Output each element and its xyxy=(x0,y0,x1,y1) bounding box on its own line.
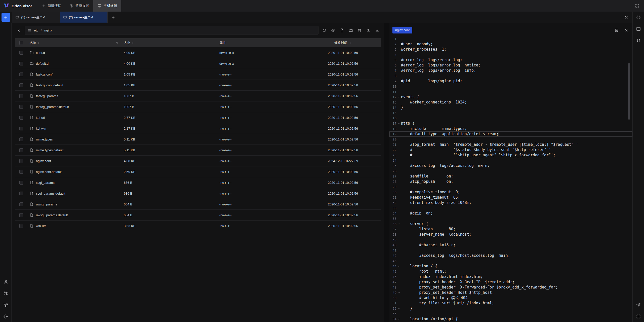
code-line[interactable]: 2#user nobody; xyxy=(389,42,632,47)
file-name[interactable]: mime.types xyxy=(36,137,53,141)
new-connection-button[interactable] xyxy=(2,13,10,22)
file-row[interactable]: win-utf3.53 KB-rw-r--r--2020-11-01 10:02… xyxy=(15,221,381,231)
file-row[interactable]: fastcgi_params1007 B-rw-r--r--2020-11-01… xyxy=(15,91,381,101)
file-row[interactable]: default.d4.00 KBdrwxr-xr-x2020-11-01 10:… xyxy=(15,58,381,69)
swap-button[interactable] xyxy=(636,38,641,43)
file-name[interactable]: conf.d xyxy=(36,51,45,55)
code-line[interactable]: 13 worker_connections 1024; xyxy=(389,100,632,105)
file-name[interactable]: koi-utf xyxy=(36,116,45,120)
command-button[interactable] xyxy=(3,291,8,296)
file-name[interactable]: fastcgi_params.default xyxy=(36,105,69,109)
file-name[interactable]: fastcgi.conf xyxy=(36,73,53,76)
close-panel-button[interactable] xyxy=(620,12,632,23)
column-header-size[interactable]: 大小 xyxy=(124,41,130,45)
file-name[interactable]: nginx.conf xyxy=(36,159,51,163)
code-line[interactable]: 34 #gzip on; xyxy=(389,211,632,216)
code-line[interactable]: 46 index index.html index.htm; xyxy=(389,274,632,279)
code-line[interactable]: 24 xyxy=(389,158,632,163)
code-line[interactable]: 48 proxy_set_header X-Forwarded-For $pro… xyxy=(389,285,632,290)
code-line[interactable]: 26 xyxy=(389,168,632,174)
column-header-mtime[interactable]: 修改时间 xyxy=(334,41,347,45)
topnav-item-host-terminal[interactable]: 主机终端 xyxy=(93,0,121,12)
file-row[interactable]: mime.types5.11 KB-rw-r--r--2020-11-01 10… xyxy=(15,134,381,145)
code-line[interactable]: 54 location /orion/api { xyxy=(389,316,632,322)
capture-button[interactable] xyxy=(636,314,641,319)
code-line[interactable]: 38 server_name localhost; xyxy=(389,232,632,237)
fold-chevron-icon[interactable] xyxy=(396,265,401,268)
row-checkbox[interactable] xyxy=(19,127,23,130)
code-line[interactable]: 47 proxy_set_header X-Real-IP $remote_ad… xyxy=(389,279,632,285)
row-checkbox[interactable] xyxy=(19,105,23,109)
code-line[interactable]: 18 include mime.types; xyxy=(389,126,632,131)
code-line[interactable]: 28 #tcp_nopush on; xyxy=(389,179,632,184)
code-line[interactable]: 6#error_log logs/error.log notice; xyxy=(389,63,632,68)
file-name[interactable]: scgi_params xyxy=(36,181,55,185)
select-all-checkbox[interactable] xyxy=(19,41,23,45)
row-checkbox[interactable] xyxy=(19,51,23,55)
delete-button[interactable] xyxy=(356,26,363,34)
file-row[interactable]: uwsgi_params.default664 B-rw-r--r--2020-… xyxy=(15,210,381,221)
file-row[interactable]: koi-win2.17 KB-rw-r--r--2020-11-01 10:02… xyxy=(15,123,381,134)
code-line[interactable]: 19 default_type application/octet-stream… xyxy=(389,131,632,137)
row-checkbox[interactable] xyxy=(19,137,23,141)
file-row[interactable]: fastcgi.conf1.05 KB-rw-r--r--2020-11-01 … xyxy=(15,69,381,80)
row-checkbox[interactable] xyxy=(19,62,23,65)
add-tab-button[interactable] xyxy=(108,12,119,23)
code-line[interactable]: 14} xyxy=(389,105,632,110)
code-line[interactable]: 50 # web history 模式 404 xyxy=(389,295,632,301)
file-name[interactable]: fastcgi_params xyxy=(36,94,58,98)
code-line[interactable]: 30 #keepalive_timeout 0; xyxy=(389,190,632,195)
preview-button[interactable] xyxy=(329,26,337,34)
code-line[interactable]: 49 proxy_set_header Host $http_host; xyxy=(389,290,632,295)
code-line[interactable]: 7#error_log logs/error.log info; xyxy=(389,68,632,73)
code-line[interactable]: 4 xyxy=(389,52,632,57)
row-checkbox[interactable] xyxy=(19,116,23,120)
row-checkbox[interactable] xyxy=(19,148,23,152)
row-checkbox[interactable] xyxy=(19,159,23,163)
file-row[interactable]: mime.types.default5.11 KB-rw-r--r--2020-… xyxy=(15,145,381,156)
row-checkbox[interactable] xyxy=(19,73,23,76)
code-line[interactable]: 25 #access_log logs/access.log main; xyxy=(389,163,632,168)
settings-button[interactable] xyxy=(3,314,8,319)
file-name[interactable]: koi-win xyxy=(36,127,46,130)
code-line[interactable]: 32 client_max_body_size 1048m; xyxy=(389,200,632,205)
row-checkbox[interactable] xyxy=(19,170,23,174)
sort-size-icon[interactable] xyxy=(132,42,134,44)
editor-file-tab[interactable]: nginx.conf xyxy=(392,27,412,33)
close-editor-button[interactable] xyxy=(622,26,630,34)
code-line[interactable]: 27 sendfile on; xyxy=(389,174,632,179)
file-name[interactable]: uwsgi_params.default xyxy=(36,213,68,217)
code-line[interactable]: 31 keepalive_timeout 65; xyxy=(389,195,632,200)
code-area[interactable]: 12#user nobody;3worker_processes 1;45#er… xyxy=(389,36,632,322)
code-line[interactable]: 1 xyxy=(389,36,632,42)
file-name[interactable]: uwsgi_params xyxy=(36,202,57,206)
file-row[interactable]: nginx.conf4.68 KB-rw-r--r--2024-12-10 16… xyxy=(15,156,381,166)
code-line[interactable]: 9#pid logs/nginx.pid; xyxy=(389,79,632,84)
code-line[interactable]: 42 #access_log logs/host.access.log main… xyxy=(389,253,632,258)
code-line[interactable]: 37 listen 80; xyxy=(389,227,632,232)
file-name[interactable]: default.d xyxy=(36,62,49,65)
code-line[interactable]: 10 xyxy=(389,84,632,89)
fold-chevron-icon[interactable] xyxy=(396,291,401,294)
row-checkbox[interactable] xyxy=(19,224,23,228)
save-button[interactable] xyxy=(613,26,620,34)
file-row[interactable]: scgi_params636 B-rw-r--r--2020-11-01 10:… xyxy=(15,177,381,188)
back-button[interactable] xyxy=(15,26,23,34)
editor-scrollbar[interactable] xyxy=(628,63,630,120)
row-checkbox[interactable] xyxy=(19,202,23,206)
fold-chevron-icon[interactable] xyxy=(396,223,401,225)
file-row[interactable]: fastcgi_params.default1007 B-rw-r--r--20… xyxy=(15,101,381,112)
file-row[interactable]: koi-utf2.77 KB-rw-r--r--2020-11-01 10:02… xyxy=(15,112,381,123)
terminal-tab-1[interactable]: (1) server-生产-1 xyxy=(12,12,60,23)
filter-icon[interactable] xyxy=(115,41,119,45)
fold-chevron-icon[interactable] xyxy=(396,307,401,310)
column-header-name[interactable]: 名称 xyxy=(30,41,36,45)
braces-button[interactable] xyxy=(636,15,641,20)
file-name[interactable]: scgi_params.default xyxy=(36,192,65,195)
code-line[interactable]: 20 xyxy=(389,137,632,142)
fold-chevron-icon[interactable] xyxy=(396,122,401,125)
send-button[interactable] xyxy=(636,302,641,307)
file-row[interactable]: fastcgi.conf.default1.05 KB-rw-r--r--202… xyxy=(15,80,381,91)
new-folder-button[interactable] xyxy=(347,26,354,34)
layout-button[interactable] xyxy=(636,26,641,31)
